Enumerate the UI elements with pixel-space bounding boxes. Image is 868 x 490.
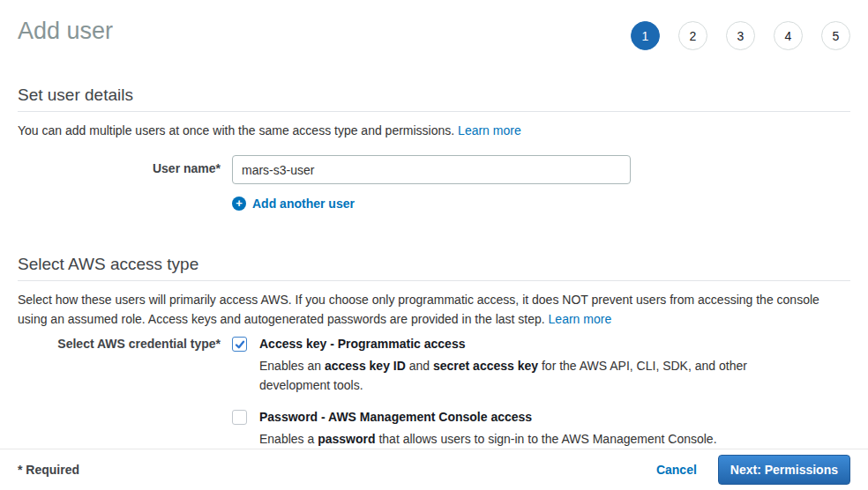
check-icon <box>235 339 245 350</box>
add-another-row: + Add another user <box>18 196 850 211</box>
password-option-title: Password - AWS Management Console access <box>259 409 717 426</box>
username-row: User name* <box>18 155 850 184</box>
desc-text: and <box>406 359 433 373</box>
access-type-description: Select how these users will primarily ac… <box>18 290 850 329</box>
desc-bold: password <box>318 432 375 446</box>
access-key-checkbox[interactable] <box>232 337 247 352</box>
access-key-option-title: Access key - Programmatic access <box>259 336 753 353</box>
learn-more-link-access[interactable]: Learn more <box>549 312 612 326</box>
desc-text: that allows users to sign-in to the AWS … <box>376 432 717 446</box>
access-key-option-body: Access key - Programmatic access Enables… <box>259 336 753 395</box>
access-key-option-row: Select AWS credential type* Access key -… <box>18 336 850 395</box>
set-user-details-heading: Set user details <box>18 85 850 112</box>
access-key-option-desc: Enables an access key ID and secret acce… <box>259 356 753 395</box>
password-option-desc: Enables a password that allows users to … <box>259 429 717 449</box>
learn-more-link-users[interactable]: Learn more <box>458 123 521 137</box>
add-user-wizard: Add user 1 2 3 4 5 Set user details You … <box>0 0 868 449</box>
add-another-user-button[interactable]: + Add another user <box>232 197 355 211</box>
wizard-step-indicator: 1 2 3 4 5 <box>612 21 850 50</box>
step-2[interactable]: 2 <box>678 21 707 50</box>
desc-bold: secret access key <box>433 359 538 373</box>
credential-type-label: Select AWS credential type* <box>18 336 232 395</box>
page-title: Add user <box>18 16 113 46</box>
cancel-button[interactable]: Cancel <box>656 463 697 477</box>
password-checkbox[interactable] <box>232 410 247 425</box>
password-option-body: Password - AWS Management Console access… <box>259 409 717 449</box>
username-label: User name* <box>18 155 232 184</box>
step-4[interactable]: 4 <box>774 21 803 50</box>
add-another-user-label: Add another user <box>252 197 355 211</box>
wizard-footer: * Required Cancel Next: Permissions <box>0 449 868 490</box>
desc-text: Enables a <box>259 432 318 446</box>
next-permissions-button[interactable]: Next: Permissions <box>718 455 850 485</box>
required-note: * Required <box>18 463 79 477</box>
wizard-header: Add user 1 2 3 4 5 <box>18 16 850 50</box>
user-details-description: You can add multiple users at once with … <box>18 121 850 140</box>
desc-text: Enables an <box>259 359 325 373</box>
password-option-row: Password - AWS Management Console access… <box>18 409 850 449</box>
select-access-type-heading: Select AWS access type <box>18 255 850 281</box>
plus-circle-icon: + <box>232 197 246 211</box>
username-input[interactable] <box>232 155 631 184</box>
step-1[interactable]: 1 <box>631 21 660 50</box>
step-3[interactable]: 3 <box>726 21 755 50</box>
step-5[interactable]: 5 <box>821 21 850 50</box>
desc-bold: access key ID <box>325 359 406 373</box>
user-details-description-text: You can add multiple users at once with … <box>18 123 458 137</box>
access-type-description-text: Select how these users will primarily ac… <box>18 293 819 326</box>
